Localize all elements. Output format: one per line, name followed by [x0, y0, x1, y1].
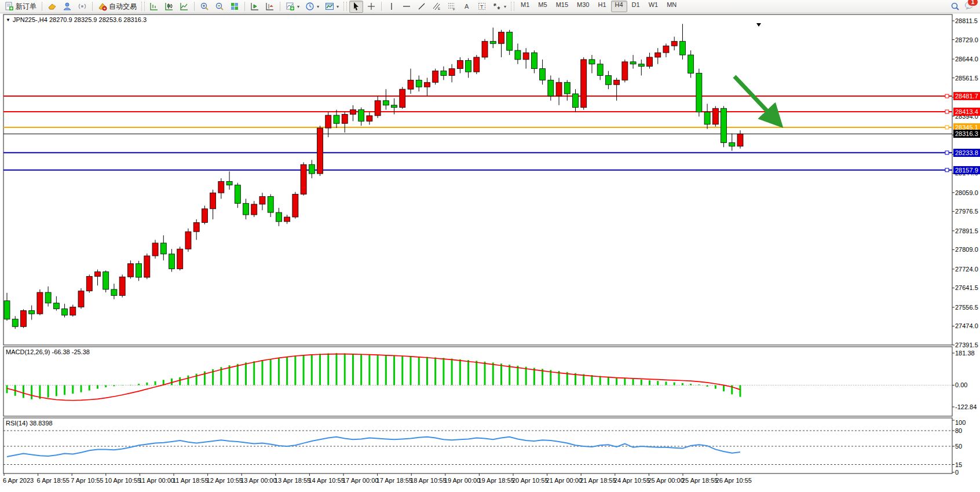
time-axis-label: 24 Apr 10:55 — [614, 477, 650, 484]
tf-button-W1[interactable]: W1 — [645, 1, 663, 12]
candle-body — [193, 222, 199, 232]
candle-body — [696, 74, 702, 112]
trendline-tool-button[interactable] — [415, 1, 429, 13]
bar-chart-mode-button[interactable] — [147, 1, 161, 13]
candle-body — [523, 53, 529, 60]
candle-body — [169, 254, 174, 269]
line-chart-mode-button[interactable] — [177, 1, 191, 13]
vline-tool-button[interactable] — [385, 1, 398, 13]
metaeditor-button[interactable] — [45, 1, 59, 13]
text-tool-button[interactable]: A — [460, 1, 474, 13]
dropdown-caret-icon: ▾ — [504, 4, 506, 9]
chat-button[interactable]: 1 — [964, 1, 974, 12]
chart-canvas[interactable]: 28811.528729.028644.028561.528476.528394… — [0, 14, 980, 492]
time-axis-label: 19 Apr 00:00 — [444, 477, 480, 484]
time-axis-label: 6 Apr 2023 — [3, 477, 34, 484]
hline-handle[interactable] — [945, 126, 949, 129]
tf-button-M1[interactable]: M1 — [517, 1, 533, 12]
candle-body — [688, 55, 694, 74]
candle-body — [630, 62, 636, 64]
tf-button-H4[interactable]: H4 — [611, 1, 627, 12]
tf-button-M5[interactable]: M5 — [534, 1, 551, 12]
periods-button[interactable]: ▾ — [303, 1, 321, 13]
candle-body — [449, 69, 455, 76]
candle-body — [119, 277, 125, 295]
zoom-out-icon — [215, 2, 224, 11]
svg-text:A: A — [465, 3, 469, 10]
signals-button[interactable] — [75, 1, 89, 13]
chart-title-text: JPN225-,H4 28270.9 28325.9 28253.6 28316… — [13, 16, 147, 23]
candle-body — [367, 116, 372, 121]
notification-badge: 1 — [967, 0, 978, 6]
candle-body — [309, 164, 315, 174]
candle-body — [301, 164, 306, 194]
candle-body — [185, 232, 191, 249]
rsi-axis-label: 0 — [955, 469, 959, 476]
candle-body — [268, 196, 273, 212]
toolbar-separator — [42, 2, 42, 11]
candle-body — [177, 249, 183, 269]
price-tag-support[interactable]: 28157.9 — [953, 166, 980, 174]
dropdown-caret-icon: ▾ — [317, 4, 319, 9]
candle-body — [78, 291, 84, 307]
candle-body — [556, 82, 562, 96]
hline-handle[interactable] — [945, 151, 949, 155]
tf-button-D1[interactable]: D1 — [628, 1, 644, 12]
candle-body — [671, 41, 677, 46]
tf-button-MN[interactable]: MN — [663, 1, 681, 12]
cursor-tool-button[interactable] — [349, 1, 363, 13]
search-icon[interactable] — [950, 2, 960, 11]
candle-body — [408, 80, 414, 89]
zoom-in-button[interactable] — [198, 1, 211, 13]
candle-body — [721, 108, 727, 142]
channel-tool-button[interactable]: E — [430, 1, 444, 13]
hline-handle[interactable] — [945, 94, 949, 98]
candle-body — [712, 108, 718, 124]
candle-body — [737, 134, 743, 146]
indicators-button[interactable]: ▾ — [283, 1, 302, 13]
candle-body — [383, 101, 389, 105]
tf-button-M15[interactable]: M15 — [552, 1, 572, 12]
time-axis-label: 13 Apr 18:55 — [275, 477, 310, 484]
hline-handle[interactable] — [945, 168, 949, 172]
new-order-button[interactable]: 新订单 — [2, 1, 39, 13]
profile-button[interactable] — [60, 1, 74, 13]
chart-dropdown-icon[interactable]: ▼ — [6, 17, 10, 23]
candle-chart-mode-button[interactable] — [162, 1, 176, 13]
hline-handle[interactable] — [945, 110, 949, 113]
chart-shift-button[interactable] — [263, 1, 277, 13]
price-tag-support[interactable]: 28233.8 — [953, 149, 980, 157]
svg-text:F: F — [453, 8, 455, 11]
templates-button[interactable]: ▾ — [323, 1, 341, 13]
tf-button-M30[interactable]: M30 — [573, 1, 593, 12]
candle-body — [37, 292, 43, 314]
crosshair-tool-button[interactable] — [364, 1, 378, 13]
candle-body — [474, 57, 480, 72]
hline-tool-button[interactable] — [400, 1, 414, 13]
candle-body — [218, 181, 224, 193]
candle-body — [235, 185, 240, 204]
price-tag-resistance[interactable]: 28413.4 — [953, 108, 980, 116]
price-tag-resistance[interactable]: 28481.7 — [953, 92, 980, 100]
candle-body — [392, 105, 397, 108]
zoom-out-button[interactable] — [213, 1, 226, 13]
arrows-tool-button[interactable]: ▾ — [490, 1, 509, 13]
label-tool-button[interactable]: T — [475, 1, 489, 13]
rsi-indicator-label: RSI(14) 38.8398 — [6, 420, 53, 427]
tf-button-H1[interactable]: H1 — [594, 1, 610, 12]
candle-body — [29, 311, 35, 314]
macd-axis-label: 0.00 — [955, 381, 967, 388]
fibonacci-tool-button[interactable]: F — [445, 1, 459, 13]
auto-scroll-button[interactable] — [248, 1, 262, 13]
autotrading-button[interactable]: 自动交易 — [96, 1, 139, 13]
toolbar-separator — [92, 2, 93, 11]
tile-windows-button[interactable] — [228, 1, 242, 13]
price-tag-current-price[interactable]: 28316.3 — [953, 130, 980, 138]
chart-area[interactable]: 28811.528729.028644.028561.528476.528394… — [0, 14, 980, 492]
metaeditor-icon — [47, 2, 57, 11]
candle-body — [152, 243, 158, 256]
candle-body — [540, 69, 546, 80]
time-axis-label: 7 Apr 10:55 — [71, 477, 103, 484]
toolbar-separator — [244, 2, 245, 11]
time-axis-label: 13 Apr 00:00 — [240, 477, 276, 484]
